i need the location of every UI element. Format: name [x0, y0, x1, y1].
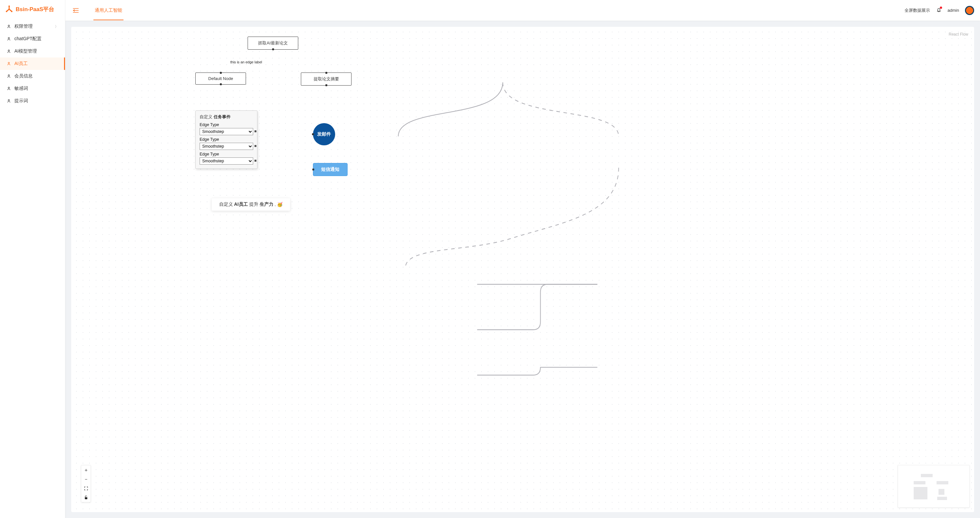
custom-node-title-pre: 自定义	[200, 114, 214, 119]
node-label: 抓取AI最新论文	[258, 40, 288, 46]
node-handle[interactable]	[220, 72, 222, 74]
notifications-button[interactable]	[936, 7, 942, 14]
fit-view-icon	[84, 486, 88, 491]
node-handle[interactable]	[220, 83, 222, 85]
svg-point-0	[8, 6, 10, 7]
flow-annotation: 自定义 AI员工 提升 生产力 . 🥳	[212, 198, 290, 211]
svg-point-2	[11, 11, 13, 12]
sidebar-item-label: 权限管理	[14, 24, 33, 29]
custom-node-title-bold: 任务事件	[214, 114, 231, 119]
node-handle[interactable]	[325, 72, 327, 74]
brand-logo: Bsin-PaaS平台	[0, 0, 65, 19]
user-icon	[6, 61, 11, 66]
flow-canvas[interactable]: React Flow this is an	[71, 27, 974, 512]
node-extract[interactable]: 提取论文摘要	[301, 73, 352, 86]
user-icon	[6, 24, 11, 29]
user-icon	[6, 74, 11, 78]
topbar: 通用人工智能 全屏数据展示 admin	[65, 0, 980, 21]
svg-point-8	[8, 87, 10, 89]
svg-rect-10	[84, 497, 87, 499]
sidebar-item-ai-staff[interactable]: AI员工	[0, 57, 65, 70]
node-handle[interactable]	[312, 168, 314, 170]
sidebar-item-permissions[interactable]: 权限管理 〉	[0, 20, 65, 33]
zoom-out-button[interactable]: －	[81, 475, 91, 484]
node-label: Default Node	[208, 76, 233, 81]
sidebar-item-members[interactable]: 会员信息	[0, 70, 65, 82]
field-label: Edge Type	[200, 137, 253, 142]
user-icon	[6, 86, 11, 91]
flow-minimap[interactable]	[898, 465, 970, 508]
svg-point-7	[8, 75, 10, 76]
custom-node-title: 自定义 任务事件	[200, 114, 253, 120]
sidebar-item-chatgpt[interactable]: chatGPT配置	[0, 33, 65, 45]
node-default[interactable]: Default Node	[195, 73, 246, 84]
node-label: 发邮件	[317, 131, 331, 137]
anno-text: 自定义	[219, 202, 233, 207]
edge-type-select-1[interactable]: Smoothstep	[200, 128, 253, 135]
edge-label: this is an edge label	[230, 60, 262, 64]
user-icon	[6, 37, 11, 41]
sidebar-item-label: AI模型管理	[14, 48, 37, 54]
anno-text: AI员工	[234, 202, 248, 207]
node-send-mail[interactable]: 发邮件	[313, 123, 335, 145]
anno-text: . 🥳	[275, 202, 283, 207]
unlock-icon	[84, 496, 88, 500]
svg-point-3	[8, 25, 10, 27]
node-custom-task[interactable]: 自定义 任务事件 Edge Type Smoothstep Edge Type …	[195, 110, 258, 169]
sidebar-item-sensitive[interactable]: 敏感词	[0, 82, 65, 95]
fit-view-button[interactable]	[81, 484, 91, 493]
node-sms-notify[interactable]: 短信通知	[313, 163, 348, 176]
node-handle[interactable]	[312, 133, 314, 135]
tab-agi[interactable]: 通用人工智能	[94, 0, 124, 20]
node-handle[interactable]	[325, 84, 327, 86]
lock-toggle-button[interactable]	[81, 493, 91, 502]
menu-toggle-button[interactable]	[71, 6, 80, 15]
react-flow-attribution: React Flow	[949, 32, 968, 37]
sidebar-item-label: 敏感词	[14, 86, 28, 91]
node-handle[interactable]	[255, 145, 256, 147]
svg-point-9	[8, 100, 10, 101]
avatar[interactable]	[965, 6, 974, 15]
flow-controls: ＋ －	[81, 465, 91, 502]
anno-text: 生产力	[260, 202, 274, 207]
svg-point-1	[6, 11, 7, 12]
svg-point-5	[8, 50, 10, 51]
flow-edges	[71, 27, 974, 512]
notification-dot	[940, 6, 942, 9]
brand-logo-icon	[5, 5, 13, 13]
chevron-down-icon: 〉	[55, 24, 59, 29]
user-icon	[6, 99, 11, 103]
edge-type-select-2[interactable]: Smoothstep	[200, 143, 253, 150]
sidebar-item-label: 会员信息	[14, 73, 33, 79]
node-label: 提取论文摘要	[313, 76, 339, 82]
node-handle[interactable]	[255, 160, 256, 162]
sidebar: Bsin-PaaS平台 权限管理 〉 chatGPT配置 AI模型管理 AI员工	[0, 0, 65, 518]
svg-point-6	[8, 62, 10, 64]
sidebar-item-label: 提示词	[14, 98, 28, 104]
node-label: 短信通知	[321, 167, 339, 172]
field-label: Edge Type	[200, 122, 253, 127]
user-icon	[6, 49, 11, 54]
brand-name: Bsin-PaaS平台	[16, 6, 54, 13]
sidebar-item-prompt[interactable]: 提示词	[0, 95, 65, 107]
zoom-in-button[interactable]: ＋	[81, 466, 91, 475]
sidebar-nav: 权限管理 〉 chatGPT配置 AI模型管理 AI员工 会员信息 敏感词	[0, 19, 65, 518]
fullscreen-link[interactable]: 全屏数据展示	[905, 8, 930, 13]
node-handle[interactable]	[255, 130, 256, 132]
anno-text: 提升	[249, 202, 258, 207]
svg-point-4	[8, 38, 10, 39]
username: admin	[948, 8, 959, 13]
sidebar-item-label: chatGPT配置	[14, 36, 41, 42]
field-label: Edge Type	[200, 152, 253, 156]
sidebar-item-ai-models[interactable]: AI模型管理	[0, 45, 65, 57]
node-root[interactable]: 抓取AI最新论文	[248, 37, 298, 50]
edge-type-select-3[interactable]: Smoothstep	[200, 157, 253, 165]
node-handle[interactable]	[272, 48, 274, 50]
sidebar-item-label: AI员工	[14, 61, 28, 67]
